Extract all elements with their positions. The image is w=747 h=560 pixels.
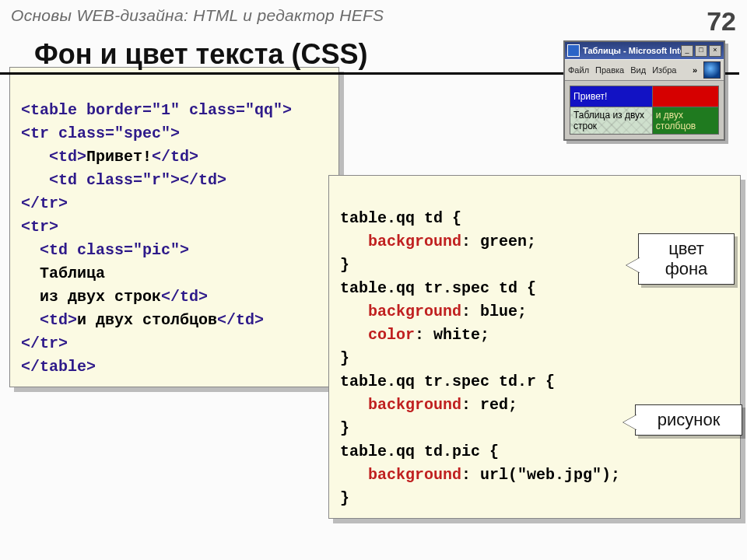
browser-titlebar: Таблицы - Microsoft Intern… _ □ × xyxy=(565,42,724,59)
callout-image: рисунок xyxy=(635,404,742,436)
callout-text: цвет фона xyxy=(665,239,708,278)
code-line: <td> xyxy=(21,148,86,166)
code-line: </td> xyxy=(161,288,208,306)
code-text: Привет! xyxy=(86,148,152,166)
window-buttons: _ □ × xyxy=(681,45,721,57)
code-line: <td> xyxy=(21,311,77,329)
code-text: из двух строк xyxy=(21,288,161,306)
css-prop: background xyxy=(340,303,461,320)
callout-tail-icon xyxy=(623,415,637,430)
code-line: table.qq tr.spec td.r { xyxy=(340,373,555,390)
code-line: </tr> xyxy=(21,334,68,352)
css-val: : red; xyxy=(461,396,517,414)
code-line: table.qq td { xyxy=(340,209,461,227)
code-line: } xyxy=(340,256,349,274)
browser-title: Таблицы - Microsoft Intern… xyxy=(583,46,681,55)
maximize-button[interactable]: □ xyxy=(695,45,707,57)
ie-logo-icon xyxy=(703,61,721,79)
table-row: Таблица из двух строк и двух столбцов xyxy=(570,107,719,135)
css-val: : white; xyxy=(415,326,489,344)
css-val: : green; xyxy=(461,233,536,250)
code-line: <tr class="spec"> xyxy=(21,124,180,142)
close-button[interactable]: × xyxy=(709,45,721,57)
code-line: table.qq tr.spec td { xyxy=(340,279,536,297)
menu-item-fav[interactable]: Избра xyxy=(652,65,676,75)
code-line: <tr> xyxy=(21,218,58,236)
code-line: </tr> xyxy=(21,194,68,212)
css-val: : url("web.jpg"); xyxy=(461,466,620,484)
cell-green: и двух столбцов xyxy=(652,107,718,135)
code-line: <table border="1" class="qq"> xyxy=(21,101,292,119)
browser-content: Привет! Таблица из двух строк и двух сто… xyxy=(565,81,724,139)
callout-tail-icon xyxy=(626,257,640,273)
code-line: </td> xyxy=(217,311,264,329)
menu-item-file[interactable]: Файл xyxy=(568,65,589,75)
callout-bg-color: цвет фона xyxy=(638,233,735,285)
menu-item-edit[interactable]: Правка xyxy=(595,65,624,75)
menu-item-view[interactable]: Вид xyxy=(630,65,646,75)
css-prop: background xyxy=(340,233,461,250)
css-prop: background xyxy=(340,396,461,414)
course-title: Основы WEB-дизайна: HTML и редактор HEFS xyxy=(11,6,384,25)
menu-more-chevron[interactable]: » xyxy=(693,65,697,75)
code-line: <td class="pic"> xyxy=(21,241,189,259)
css-val: : blue; xyxy=(461,303,527,320)
code-box-css: table.qq td { background: green; } table… xyxy=(328,175,741,519)
browser-menubar: Файл Правка Вид Избра » xyxy=(565,59,724,81)
code-line: <td class="r"></td> xyxy=(21,171,226,189)
code-line: table.qq td.pic { xyxy=(340,443,499,460)
page-number: 72 xyxy=(707,6,736,37)
cell-hello: Привет! xyxy=(570,86,653,107)
code-line: </td> xyxy=(152,148,198,166)
code-line: } xyxy=(340,419,349,437)
callout-text: рисунок xyxy=(658,410,721,429)
cell-pic: Таблица из двух строк xyxy=(570,107,653,135)
code-line: } xyxy=(340,349,349,367)
code-box-html: <table border="1" class="qq"> <tr class=… xyxy=(9,67,339,387)
minimize-button[interactable]: _ xyxy=(681,45,693,57)
code-text: Таблица xyxy=(21,264,105,282)
table-row: Привет! xyxy=(570,86,719,107)
code-text: и двух столбцов xyxy=(77,311,217,329)
code-line: </table> xyxy=(21,358,96,376)
css-prop: background xyxy=(340,466,461,484)
browser-window: Таблицы - Microsoft Intern… _ □ × Файл П… xyxy=(563,40,725,141)
code-line: } xyxy=(340,489,349,507)
ie-icon xyxy=(567,44,580,57)
cell-red xyxy=(652,86,718,107)
css-prop: color xyxy=(340,326,415,344)
example-table: Привет! Таблица из двух строк и двух сто… xyxy=(570,86,719,135)
slide-header: Основы WEB-дизайна: HTML и редактор HEFS… xyxy=(0,0,747,38)
